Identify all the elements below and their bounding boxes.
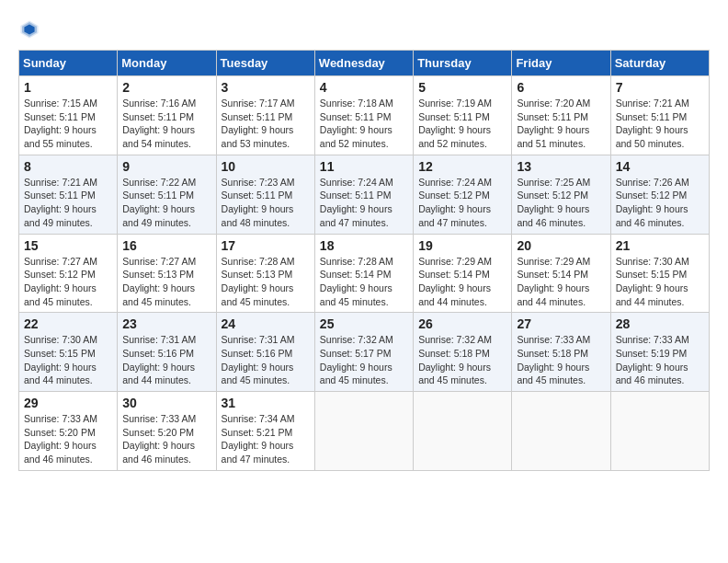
day-number: 27: [517, 316, 605, 331]
logo-icon: [18, 18, 40, 40]
day-info: Sunrise: 7:26 AMSunset: 5:12 PMDaylight:…: [616, 176, 704, 230]
calendar-cell: 7Sunrise: 7:21 AMSunset: 5:11 PMDaylight…: [610, 76, 709, 155]
day-number: 16: [122, 238, 210, 253]
calendar-cell: 9Sunrise: 7:22 AMSunset: 5:11 PMDaylight…: [118, 155, 216, 234]
day-info: Sunrise: 7:21 AMSunset: 5:11 PMDaylight:…: [616, 97, 704, 151]
day-info: Sunrise: 7:33 AMSunset: 5:20 PMDaylight:…: [122, 412, 210, 466]
day-info: Sunrise: 7:15 AMSunset: 5:11 PMDaylight:…: [24, 97, 112, 151]
calendar-week-3: 15Sunrise: 7:27 AMSunset: 5:12 PMDayligh…: [19, 234, 710, 313]
day-number: 11: [320, 159, 408, 174]
calendar-cell: 5Sunrise: 7:19 AMSunset: 5:11 PMDaylight…: [414, 76, 512, 155]
day-number: 15: [24, 238, 112, 253]
day-info: Sunrise: 7:33 AMSunset: 5:20 PMDaylight:…: [24, 412, 112, 466]
day-number: 25: [320, 316, 408, 331]
day-number: 28: [616, 316, 704, 331]
day-number: 4: [320, 80, 408, 95]
calendar-cell: 23Sunrise: 7:31 AMSunset: 5:16 PMDayligh…: [118, 313, 216, 392]
calendar-cell: 30Sunrise: 7:33 AMSunset: 5:20 PMDayligh…: [118, 392, 216, 471]
calendar-cell: 10Sunrise: 7:23 AMSunset: 5:11 PMDayligh…: [216, 155, 314, 234]
weekday-header-monday: Monday: [118, 51, 216, 76]
calendar-cell: 16Sunrise: 7:27 AMSunset: 5:13 PMDayligh…: [118, 234, 216, 313]
day-info: Sunrise: 7:33 AMSunset: 5:19 PMDaylight:…: [616, 333, 704, 387]
day-info: Sunrise: 7:22 AMSunset: 5:11 PMDaylight:…: [122, 176, 210, 230]
calendar-cell: 2Sunrise: 7:16 AMSunset: 5:11 PMDaylight…: [118, 76, 216, 155]
calendar-cell: 11Sunrise: 7:24 AMSunset: 5:11 PMDayligh…: [314, 155, 413, 234]
day-number: 24: [222, 316, 310, 331]
calendar-week-4: 22Sunrise: 7:30 AMSunset: 5:15 PMDayligh…: [19, 313, 710, 392]
day-info: Sunrise: 7:29 AMSunset: 5:14 PMDaylight:…: [418, 255, 506, 309]
calendar-cell: [610, 392, 709, 471]
day-info: Sunrise: 7:23 AMSunset: 5:11 PMDaylight:…: [222, 176, 310, 230]
day-info: Sunrise: 7:25 AMSunset: 5:12 PMDaylight:…: [517, 176, 605, 230]
calendar-cell: 29Sunrise: 7:33 AMSunset: 5:20 PMDayligh…: [19, 392, 118, 471]
calendar-cell: 24Sunrise: 7:31 AMSunset: 5:16 PMDayligh…: [216, 313, 314, 392]
day-info: Sunrise: 7:19 AMSunset: 5:11 PMDaylight:…: [418, 97, 506, 151]
calendar-cell: 17Sunrise: 7:28 AMSunset: 5:13 PMDayligh…: [216, 234, 314, 313]
day-number: 1: [24, 80, 112, 95]
day-info: Sunrise: 7:28 AMSunset: 5:13 PMDaylight:…: [222, 255, 310, 309]
calendar-cell: 18Sunrise: 7:28 AMSunset: 5:14 PMDayligh…: [314, 234, 413, 313]
day-number: 30: [122, 396, 210, 410]
day-number: 19: [418, 238, 506, 253]
calendar-week-2: 8Sunrise: 7:21 AMSunset: 5:11 PMDaylight…: [19, 155, 710, 234]
day-number: 26: [418, 316, 506, 331]
calendar-cell: 12Sunrise: 7:24 AMSunset: 5:12 PMDayligh…: [414, 155, 512, 234]
day-info: Sunrise: 7:34 AMSunset: 5:21 PMDaylight:…: [222, 412, 310, 466]
logo: [18, 18, 44, 40]
day-number: 10: [222, 159, 310, 174]
weekday-header-wednesday: Wednesday: [314, 51, 413, 76]
calendar-cell: 14Sunrise: 7:26 AMSunset: 5:12 PMDayligh…: [610, 155, 709, 234]
calendar-table: SundayMondayTuesdayWednesdayThursdayFrid…: [18, 50, 710, 471]
day-info: Sunrise: 7:33 AMSunset: 5:18 PMDaylight:…: [517, 333, 605, 387]
day-info: Sunrise: 7:29 AMSunset: 5:14 PMDaylight:…: [517, 255, 605, 309]
day-number: 6: [517, 80, 605, 95]
day-number: 12: [418, 159, 506, 174]
day-number: 31: [222, 396, 310, 410]
day-info: Sunrise: 7:32 AMSunset: 5:18 PMDaylight:…: [418, 333, 506, 387]
calendar-cell: 31Sunrise: 7:34 AMSunset: 5:21 PMDayligh…: [216, 392, 314, 471]
calendar-cell: 1Sunrise: 7:15 AMSunset: 5:11 PMDaylight…: [19, 76, 118, 155]
calendar-cell: 27Sunrise: 7:33 AMSunset: 5:18 PMDayligh…: [512, 313, 610, 392]
calendar-cell: 8Sunrise: 7:21 AMSunset: 5:11 PMDaylight…: [19, 155, 118, 234]
calendar-cell: 20Sunrise: 7:29 AMSunset: 5:14 PMDayligh…: [512, 234, 610, 313]
day-number: 23: [122, 316, 210, 331]
day-info: Sunrise: 7:27 AMSunset: 5:13 PMDaylight:…: [122, 255, 210, 309]
calendar-cell: 25Sunrise: 7:32 AMSunset: 5:17 PMDayligh…: [314, 313, 413, 392]
calendar-cell: 15Sunrise: 7:27 AMSunset: 5:12 PMDayligh…: [19, 234, 118, 313]
calendar-cell: 13Sunrise: 7:25 AMSunset: 5:12 PMDayligh…: [512, 155, 610, 234]
calendar-cell: 6Sunrise: 7:20 AMSunset: 5:11 PMDaylight…: [512, 76, 610, 155]
day-info: Sunrise: 7:30 AMSunset: 5:15 PMDaylight:…: [24, 333, 112, 387]
day-number: 8: [24, 159, 112, 174]
day-info: Sunrise: 7:31 AMSunset: 5:16 PMDaylight:…: [222, 333, 310, 387]
day-info: Sunrise: 7:17 AMSunset: 5:11 PMDaylight:…: [222, 97, 310, 151]
day-info: Sunrise: 7:27 AMSunset: 5:12 PMDaylight:…: [24, 255, 112, 309]
day-info: Sunrise: 7:31 AMSunset: 5:16 PMDaylight:…: [122, 333, 210, 387]
day-number: 21: [616, 238, 704, 253]
day-number: 2: [122, 80, 210, 95]
day-number: 5: [418, 80, 506, 95]
calendar-cell: 19Sunrise: 7:29 AMSunset: 5:14 PMDayligh…: [414, 234, 512, 313]
calendar-cell: 3Sunrise: 7:17 AMSunset: 5:11 PMDaylight…: [216, 76, 314, 155]
weekday-header-tuesday: Tuesday: [216, 51, 314, 76]
day-info: Sunrise: 7:16 AMSunset: 5:11 PMDaylight:…: [122, 97, 210, 151]
day-number: 7: [616, 80, 704, 95]
day-number: 18: [320, 238, 408, 253]
calendar-body: 1Sunrise: 7:15 AMSunset: 5:11 PMDaylight…: [19, 76, 710, 471]
day-number: 22: [24, 316, 112, 331]
day-info: Sunrise: 7:24 AMSunset: 5:11 PMDaylight:…: [320, 176, 408, 230]
day-info: Sunrise: 7:28 AMSunset: 5:14 PMDaylight:…: [320, 255, 408, 309]
day-number: 13: [517, 159, 605, 174]
weekday-header-sunday: Sunday: [19, 51, 118, 76]
weekday-header-friday: Friday: [512, 51, 610, 76]
day-number: 3: [222, 80, 310, 95]
calendar-cell: [512, 392, 610, 471]
calendar-cell: [414, 392, 512, 471]
day-number: 29: [24, 396, 112, 410]
calendar-cell: 26Sunrise: 7:32 AMSunset: 5:18 PMDayligh…: [414, 313, 512, 392]
calendar-cell: 28Sunrise: 7:33 AMSunset: 5:19 PMDayligh…: [610, 313, 709, 392]
calendar-cell: 4Sunrise: 7:18 AMSunset: 5:11 PMDaylight…: [314, 76, 413, 155]
day-info: Sunrise: 7:30 AMSunset: 5:15 PMDaylight:…: [616, 255, 704, 309]
day-info: Sunrise: 7:21 AMSunset: 5:11 PMDaylight:…: [24, 176, 112, 230]
calendar-header: SundayMondayTuesdayWednesdayThursdayFrid…: [19, 51, 710, 76]
weekday-header-thursday: Thursday: [414, 51, 512, 76]
